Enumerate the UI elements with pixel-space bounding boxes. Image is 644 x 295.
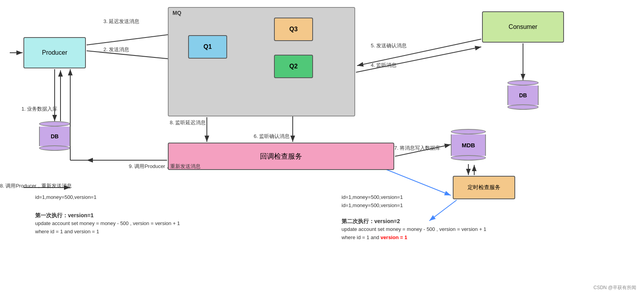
bottom-right-data: id=1,money=500,version=1 id=1,money=500,… [342,193,403,210]
label-2: 2. 发送消息 [103,46,129,53]
bottom-right-data1: id=1,money=500,version=1 [342,193,403,202]
producer-label: Producer [42,49,68,56]
mq-label: MQ [173,10,181,16]
bottom-left-line2: where id = 1 and version = 1 [35,228,180,236]
label-5: 5. 发送确认消息 [371,42,407,49]
callback-service-label: 回调检查服务 [260,152,302,161]
watermark: CSDN @卒获有所闻 [593,284,636,291]
db-left-cylinder: DB [39,121,70,151]
bottom-right-data2: id=1,money=500,version=1 [342,202,403,210]
q1-node: Q1 [188,35,227,59]
bottom-right-red: version = 1 [381,234,407,240]
callback-service-node: 回调检查服务 [168,143,394,170]
label-7: 7. 将消息写入数据库 [394,145,440,152]
schedule-service-label: 定时检查服务 [468,184,500,191]
bottom-left-title: 第一次执行：version=1 [35,211,180,220]
label-4: 4. 监听消息 [371,62,397,69]
bottom-right-line1: update account set money = money - 500 ,… [342,225,486,234]
label-6: 6. 监听确认消息 [254,133,290,140]
mdb-cylinder: MDB [451,129,486,161]
bottom-right-title: 第二次执行：version=2 [342,217,486,225]
label-1: 1. 业务数据入库 [21,105,57,113]
producer-node: Producer [23,37,86,68]
schedule-service-node: 定时检查服务 [453,176,515,199]
svg-line-22 [382,168,451,195]
label-8-mq: 8. 监听延迟消息 [170,119,206,126]
db-right-label: DB [519,92,527,98]
mq-container: MQ Q1 Q3 Q2 [168,7,355,116]
label-8-producer: 8. 调用Producer，重新发送消息 [0,182,72,190]
bottom-left-block: 第一次执行：version=1 update account set money… [35,211,180,236]
diagram: Producer MQ Q1 Q3 Q2 Consumer DB DB [0,0,644,295]
db-left-label: DB [51,133,59,139]
q2-node: Q2 [274,55,313,78]
bottom-left-line1: update account set money = money - 500 ,… [35,220,180,228]
consumer-node: Consumer [482,11,564,43]
bottom-left-data: id=1,money=500,version=1 [35,193,96,202]
db-right-cylinder: DB [507,80,539,110]
bottom-right-line2: where id = 1 and version = 1 [342,234,486,242]
label-3: 3. 延迟发送消息 [103,18,139,25]
bottom-right-block: 第二次执行：version=2 update account set money… [342,217,486,242]
q3-node: Q3 [274,18,313,41]
label-9: 9. 调用Producer，重新发送消息 [129,163,201,170]
mdb-label: MDB [462,142,475,148]
consumer-label: Consumer [509,23,537,30]
